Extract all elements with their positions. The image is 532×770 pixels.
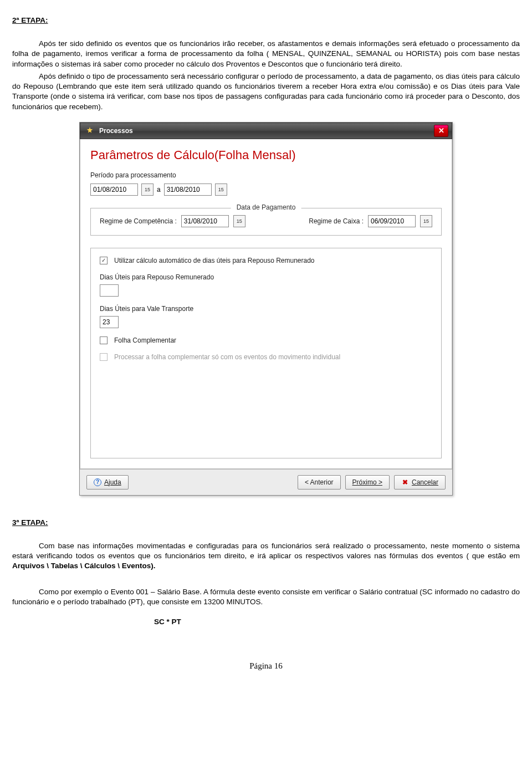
dialog-title: Processos: [99, 126, 133, 135]
formula: SC * PT: [154, 617, 520, 627]
help-icon: ?: [94, 478, 101, 486]
stage-3-paragraph-2: Como por exemplo o Evento 001 – Salário …: [12, 587, 520, 607]
cancel-icon: ✖: [401, 478, 409, 486]
stage-3-p1-path: Arquivos \ Tabelas \ Cálculos \ Eventos)…: [12, 562, 156, 570]
next-button[interactable]: Próximo >: [345, 475, 390, 489]
calendar-icon[interactable]: 15: [233, 215, 245, 227]
cancel-button[interactable]: ✖ Cancelar: [394, 475, 446, 489]
regime-competencia-label: Regime de Competência :: [100, 217, 177, 226]
cancel-button-label: Cancelar: [412, 478, 438, 487]
period-label: Período para processamento: [90, 171, 442, 180]
calendar-icon[interactable]: 15: [215, 183, 227, 196]
help-button-label: Ajuda: [104, 478, 121, 487]
stage-2-paragraph-2: Após definido o tipo de processamento se…: [12, 72, 520, 112]
period-to-input[interactable]: [164, 183, 212, 196]
dias-vale-input[interactable]: [100, 316, 119, 328]
dialog-titlebar: Processos ✕: [80, 123, 452, 139]
previous-button-label: < Anterior: [305, 478, 334, 487]
folha-complementar-checkbox[interactable]: [100, 336, 108, 344]
auto-dias-checkbox[interactable]: ✓: [100, 257, 108, 264]
processos-dialog: Processos ✕ Parâmetros de Cálculo(Folha …: [79, 122, 453, 496]
dialog-heading: Parâmetros de Cálculo(Folha Mensal): [90, 147, 442, 164]
page-footer: Página 16: [12, 660, 520, 671]
stage-2-paragraph-1: Após ter sido definido os eventos que os…: [12, 39, 520, 69]
dias-repouso-input[interactable]: [100, 284, 119, 297]
help-button[interactable]: ? Ajuda: [86, 475, 129, 489]
stage-3-title: 3ª ETAPA:: [12, 518, 48, 528]
previous-button[interactable]: < Anterior: [298, 475, 341, 489]
regime-caixa-label: Regime de Caixa :: [309, 217, 364, 226]
processar-folha-checkbox: [100, 353, 108, 361]
payment-date-fieldset: Data de Pagamento Regime de Competência …: [90, 208, 442, 236]
wizard-icon: [85, 126, 95, 136]
options-panel: ✓ Utilizar cálculo automático de dias út…: [90, 248, 442, 458]
payment-date-legend: Data de Pagamento: [231, 203, 301, 212]
period-separator: a: [157, 185, 161, 194]
dialog-button-bar: ? Ajuda < Anterior Próximo > ✖ Cancelar: [80, 469, 452, 495]
processar-folha-label: Processar a folha complementar só com os…: [114, 353, 340, 361]
close-button[interactable]: ✕: [434, 125, 448, 137]
dias-vale-label: Dias Úteis para Vale Transporte: [100, 304, 432, 313]
period-from-input[interactable]: [90, 183, 138, 196]
regime-caixa-input[interactable]: [368, 215, 416, 227]
auto-dias-label: Utilizar cálculo automático de dias útei…: [114, 256, 315, 265]
close-icon: ✕: [438, 126, 444, 136]
stage-3-paragraph-1: Com base nas informações movimentadas e …: [12, 541, 520, 572]
dias-repouso-label: Dias Úteis para Repouso Remunerado: [100, 273, 432, 282]
calendar-icon[interactable]: 15: [420, 215, 432, 227]
stage-3-p1-text: Com base nas informações movimentadas e …: [12, 542, 520, 560]
regime-competencia-input[interactable]: [181, 215, 229, 227]
calendar-icon[interactable]: 15: [141, 183, 154, 196]
next-button-label: Próximo >: [352, 478, 382, 487]
folha-complementar-label: Folha Complementar: [114, 336, 176, 345]
stage-2-title: 2ª ETAPA:: [12, 16, 48, 26]
